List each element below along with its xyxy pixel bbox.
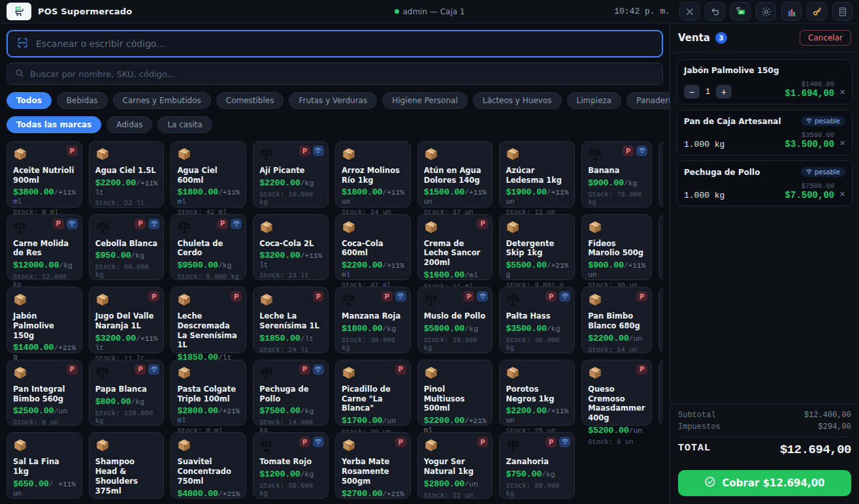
checkout-button[interactable]: Cobrar $12.694,00 [678,470,851,496]
product-card[interactable]: Coca-Cola 2L $3200.00 / +11% lt Stock: 2… [253,214,329,281]
product-card[interactable]: P Salchicha Bafar 500g $2800.00 / un Sto… [658,360,663,426]
close-button[interactable] [679,2,700,21]
product-badges: P [135,364,159,375]
weighable-badge [313,437,324,447]
product-card[interactable]: P Leche Descremada La Serenísima 1L $185… [170,287,246,353]
product-card[interactable]: Detergente Skip 1kg $5500.00 / +21% g St… [499,214,575,281]
product-card[interactable]: P Zanahoria $750.00 / kg Stock: 88.000 k… [499,432,575,499]
category-chip-carnes-y-embutidos[interactable]: Carnes y Embutidos [113,92,211,109]
product-card[interactable]: P Yogur Ser Natural 1kg $2800.00 / un St… [417,432,493,499]
product-card[interactable]: Arroz Molinos Río 1kg $1800.00 / +11% un… [335,141,411,208]
product-card[interactable]: Coca-Cola 600ml $2200.00 / +11% ml Stock… [335,214,411,281]
product-name: Coca-Cola 2L [259,239,322,249]
product-card[interactable]: Suavitel Concentrado 750ml $4800.00 / +2… [170,432,246,499]
scan-input[interactable] [36,39,653,49]
product-badges: P [135,219,159,229]
category-chip-higiene-personal[interactable]: Higiene Personal [382,92,468,109]
brand-chip-adidas[interactable]: Adidas [106,116,152,133]
product-card[interactable]: Café Nescafé Clásico 200g $8500.00 / +11… [658,141,663,208]
product-badges: P [67,364,78,375]
product-badges: P [623,146,647,156]
product-stock: Stock: 79.000 kg [588,191,645,206]
product-card[interactable]: Agua Ciel 600ml $1800.00 / +11% ml Stock… [170,141,246,208]
package-icon [259,220,322,236]
product-card[interactable]: P Picadillo de Carne "La Blanca" $1700.0… [335,360,411,426]
product-name: Pechuga de Pollo [259,385,322,403]
product-card[interactable]: P Pan de Caja Artesanal $3500.00 / kg St… [658,287,663,353]
product-name: Coca-Cola 600ml [342,239,404,258]
product-card[interactable]: P Chuleta de Cerdo $9500.00 / kg Stock: … [170,214,246,281]
product-card[interactable]: Azúcar Ledesma 1kg $1900.00 / +11% un St… [499,141,575,208]
tax-percent: +21% [469,417,486,425]
product-card[interactable]: Shampoo Head & Shoulders 375ml $6200.00 … [89,432,165,499]
product-name: Fideos Marolio 500g [588,239,645,258]
product-card[interactable]: P Crema de Leche Sancor 200ml $1600.00 /… [417,214,493,281]
product-card[interactable]: P Huevos Granja del Sol Dna x12 $2900.00… [658,214,663,281]
product-card[interactable]: P Queso Cremoso Maasdammer 400g $5200.00… [581,360,652,426]
product-card[interactable]: P Manzana Roja $1800.00 / kg Stock: 30.0… [335,287,411,353]
product-stock: Stock: 10.000 kg [259,191,322,206]
product-card[interactable]: P Jugo Del Valle Naranja 1L $3200.00 / +… [89,287,165,353]
product-badges: P [148,291,159,302]
remove-item-button[interactable]: × [839,189,845,200]
category-chip-l-cteos-y-huevos[interactable]: Lácteos y Huevos [473,92,562,109]
promo-badge: P [623,146,634,156]
increase-qty-button[interactable]: + [716,85,732,99]
package-icon [506,366,568,381]
category-chip-limpieza[interactable]: Limpieza [567,92,622,109]
product-card[interactable]: P Palta Hass $3500.00 / kg Stock: 30.000… [499,287,575,353]
product-card[interactable]: Agua Ciel 1.5L $2200.00 / +11% lt Stock:… [89,141,165,208]
reports-button[interactable] [781,2,802,21]
product-card[interactable]: P Papa Blanca $800.00 / kg Stock: 120.00… [89,360,165,426]
product-card[interactable]: P Muslo de Pollo $5800.00 / kg Stock: 19… [417,287,493,353]
product-card[interactable]: P Ají Picante $2200.00 / kg Stock: 10.00… [253,141,329,208]
product-card[interactable]: Atún en Agua Dolores 140g $1500.00 / +11… [417,141,493,208]
search-input[interactable] [30,69,655,79]
product-card[interactable]: P Pechuga de Pollo $7500.00 / kg Stock: … [253,360,329,426]
product-unit: kg [628,179,638,187]
product-card[interactable]: Sal La Fina 1kg $650.00 / +11% un Stock:… [7,432,82,499]
tax-percent: +11% [58,189,75,197]
product-card[interactable]: P Yerba Mate Rosamente 500gm $2700.00 / … [335,432,411,499]
product-card[interactable]: Pinol Multiusos 500ml $2200.00 / +21% ml… [417,360,493,426]
product-card[interactable]: Jabón Palmolive 150g $1400.00 / +21% g S… [7,287,82,353]
brand-chip-todas-las-marcas[interactable]: Todas las marcas [7,116,101,133]
cancel-sale-button[interactable]: Cancelar [800,30,851,46]
tax-percent: +11% [551,189,568,197]
product-card[interactable]: P Pan Bimbo Blanco 680g $2200.00 / un St… [581,287,652,353]
category-chip-bebidas[interactable]: Bebidas [57,92,108,109]
category-chip-frutas-y-verduras[interactable]: Frutas y Verduras [289,92,377,109]
product-card[interactable]: Porotos Negros 1kg $2200.00 / +11% un St… [499,360,575,426]
product-card[interactable]: P Banana $900.00 / kg Stock: 79.000 kg [581,141,652,208]
product-stock: Stock: 19.000 kg [424,336,487,352]
product-card[interactable]: P Pan Integral Bimbo 560g $2500.00 / un … [7,360,82,426]
product-price: $2800.00 [177,406,218,416]
calculator-button[interactable] [832,2,852,21]
brand-chip-la-casita[interactable]: La casita [157,116,212,133]
product-price: $2200.00 [588,334,628,343]
category-chip-comestibles[interactable]: Comestibles [216,92,284,109]
undo-button[interactable] [705,2,725,21]
package-icon [342,220,404,236]
price-block: $5200.00 / un Stock: 6 un [588,423,645,446]
product-card[interactable]: P Leche La Serenísima 1L $1850.00 / lt S… [253,287,329,353]
package-icon [588,220,645,236]
decrease-qty-button[interactable]: − [684,85,700,99]
product-card[interactable]: P Cebolla Blanca $950.00 / kg Stock: 60.… [89,214,165,281]
product-card[interactable]: P Aceite Nutrioli 900ml $3800.00 / +11% … [7,141,82,208]
product-card[interactable]: Fideos Marolio 500g $900.00 / +11% un St… [581,214,652,281]
product-unit: kg [469,324,478,333]
remove-item-button[interactable]: × [839,87,845,99]
product-card[interactable]: P Carne Molida de Res $12000.00 / kg Sto… [7,214,82,281]
keys-button[interactable] [807,2,827,21]
remove-item-button[interactable]: × [839,138,845,150]
product-price: $1400.00 [13,343,54,353]
product-card[interactable]: Pasta Colgate Triple 100ml $2800.00 / +2… [170,360,246,426]
bar-chart-icon [786,7,797,17]
category-chip-todos[interactable]: Todos [7,92,52,109]
product-badges: P [299,364,324,375]
settings-button[interactable] [756,2,776,21]
product-name: Suavitel Concentrado 750ml [177,457,240,486]
product-card[interactable]: P Tomate Rojo $1200.00 / kg Stock: 39.00… [253,432,329,499]
cash-button[interactable] [730,2,751,21]
